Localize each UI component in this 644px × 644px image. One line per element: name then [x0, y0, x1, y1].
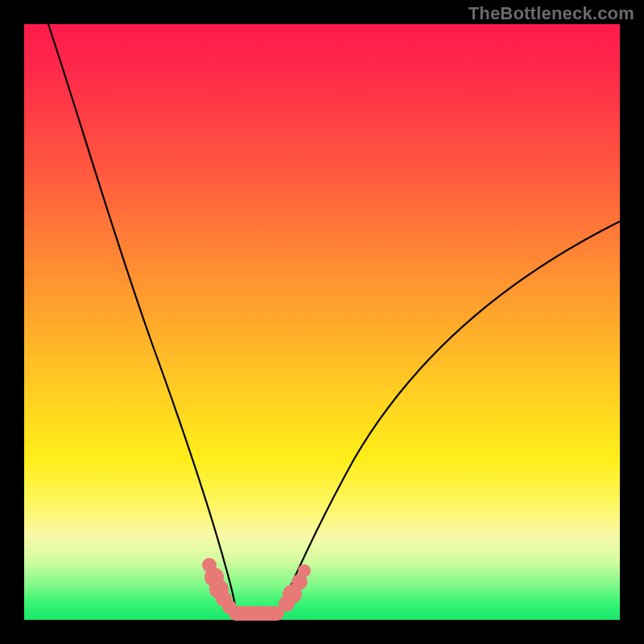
plot-area [24, 24, 620, 620]
curve-layer [24, 24, 620, 620]
chart-frame: TheBottleneck.com [0, 0, 644, 644]
marker-dot [298, 564, 311, 577]
curve-left-branch [48, 24, 237, 613]
marker-group [202, 558, 311, 614]
curve-right-branch [279, 221, 620, 613]
watermark-text: TheBottleneck.com [469, 3, 634, 24]
